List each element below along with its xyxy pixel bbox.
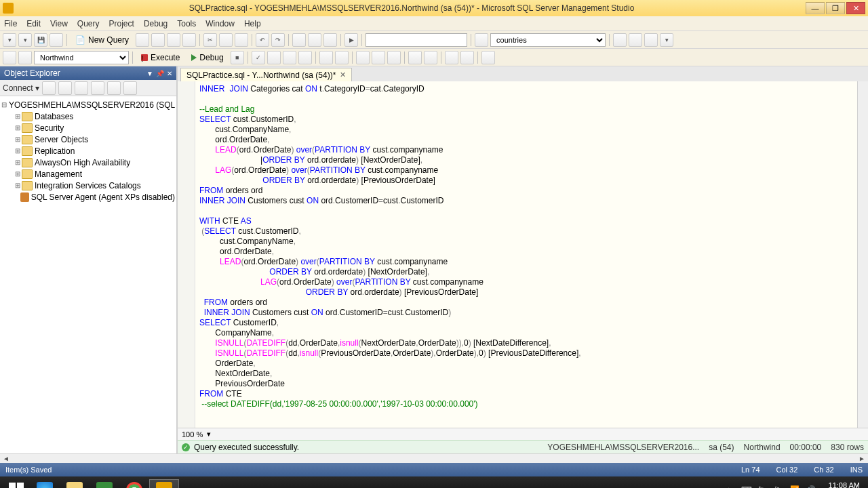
toolbar-icon[interactable] — [319, 51, 333, 64]
undo-icon[interactable]: ↶ — [256, 33, 269, 47]
toolbar-icon[interactable] — [475, 33, 488, 47]
toolbar-icon[interactable] — [18, 51, 32, 64]
taskbar-ie[interactable] — [30, 479, 60, 488]
toolbar-icon[interactable] — [629, 33, 642, 47]
toolbar-icon[interactable] — [372, 51, 385, 64]
tree-folder[interactable]: ⊞Integration Services Catalogs — [14, 180, 175, 191]
play-icon[interactable]: ▶ — [344, 33, 358, 47]
copy-icon[interactable] — [219, 33, 233, 47]
keyboard-icon[interactable]: ⌨ — [741, 485, 751, 488]
taskbar-ssms[interactable] — [149, 479, 179, 488]
toolbar-icon[interactable] — [387, 51, 401, 64]
menu-window[interactable]: Window — [205, 19, 235, 28]
toolbar-icon[interactable] — [308, 33, 321, 47]
find-combo[interactable] — [366, 33, 467, 47]
toolbar-icon[interactable] — [3, 51, 16, 64]
outdent-icon[interactable] — [460, 51, 474, 64]
zoom-value[interactable]: 100 % — [182, 430, 203, 439]
cut-icon[interactable]: ✂ — [203, 33, 217, 47]
menu-tools[interactable]: Tools — [177, 19, 196, 28]
toolbar-icon[interactable] — [136, 33, 149, 47]
tray-icon[interactable]: 🏳 — [757, 485, 767, 488]
menu-project[interactable]: Project — [109, 19, 134, 28]
volume-icon[interactable]: 🔊 — [806, 485, 816, 488]
tree-folder[interactable]: ⊞Security — [14, 122, 175, 134]
toolbar-icon[interactable] — [58, 81, 72, 95]
dropdown-icon[interactable]: ▼ — [146, 70, 153, 77]
menu-view[interactable]: View — [50, 19, 68, 28]
uncomment-icon[interactable] — [424, 51, 437, 64]
toolbar-icon[interactable] — [292, 33, 306, 47]
server-node[interactable]: ⊟ YOGESHMEHLA\MSSQLSERVER2016 (SQL — [1, 99, 175, 110]
debug-button[interactable]: Debug — [186, 51, 228, 64]
paste-icon[interactable] — [235, 33, 248, 47]
scroll-left-icon[interactable]: ◄ — [3, 455, 9, 462]
clock[interactable]: 11:08 AM 10/21/2017 — [823, 481, 860, 488]
tree-folder[interactable]: ⊞Replication — [14, 145, 175, 157]
toolbar-icon[interactable] — [481, 51, 495, 64]
menu-edit[interactable]: Edit — [26, 19, 41, 28]
taskbar-store[interactable] — [90, 479, 119, 488]
minimize-button[interactable]: — — [806, 2, 825, 14]
toolbar-icon[interactable] — [42, 81, 56, 95]
toolbar-icon[interactable]: ▾ — [660, 33, 673, 47]
taskbar-chrome[interactable] — [119, 479, 149, 488]
toolbar-icon[interactable] — [283, 51, 296, 64]
pin-icon[interactable]: 📌 — [156, 70, 164, 77]
sql-agent-node[interactable]: SQL Server Agent (Agent XPs disabled) — [14, 191, 175, 203]
filter-icon[interactable] — [91, 81, 104, 95]
comment-icon[interactable] — [408, 51, 422, 64]
refresh-icon[interactable] — [107, 81, 121, 95]
toolbar-icon[interactable] — [644, 33, 658, 47]
horizontal-scroll-strip[interactable]: ◄ ► — [0, 453, 868, 463]
new-query-button[interactable]: 📄 New Query — [71, 33, 134, 47]
toolbar-icon[interactable] — [123, 81, 137, 95]
toolbar-icon[interactable] — [613, 33, 627, 47]
toolbar-icon[interactable] — [167, 33, 180, 47]
available-db-combo[interactable]: Northwind — [34, 51, 129, 64]
start-button[interactable] — [3, 479, 30, 488]
toolbar-icon[interactable] — [335, 51, 349, 64]
toolbar-icon[interactable] — [267, 51, 281, 64]
maximize-button[interactable]: ❐ — [826, 2, 845, 14]
new-project-icon[interactable]: ▾ — [3, 33, 16, 47]
show-hidden-icon[interactable]: ▲ — [725, 485, 734, 488]
close-panel-icon[interactable]: ✕ — [167, 70, 172, 77]
close-button[interactable]: ✕ — [846, 2, 865, 14]
scroll-right-icon[interactable]: ► — [859, 455, 865, 462]
network-icon[interactable]: 📶 — [790, 485, 800, 488]
menu-debug[interactable]: Debug — [144, 19, 167, 28]
stop-icon[interactable]: ■ — [231, 51, 244, 64]
toolbar-icon[interactable] — [298, 51, 312, 64]
connect-button[interactable]: Connect ▾ — [3, 83, 39, 93]
parse-icon[interactable]: ✓ — [252, 51, 265, 64]
taskbar-files[interactable] — [60, 479, 90, 488]
vertical-scrollbar[interactable] — [857, 81, 868, 428]
execute-button[interactable]: ! Execute — [136, 51, 184, 64]
tree-folder[interactable]: ⊞Server Objects — [14, 134, 175, 145]
save-all-icon[interactable] — [50, 33, 63, 47]
toolbar-icon[interactable] — [75, 81, 88, 95]
code-content[interactable]: INNER JOIN Categories cat ON t.CategoryI… — [195, 81, 857, 428]
menu-query[interactable]: Query — [77, 19, 100, 28]
toolbar-icon[interactable] — [356, 51, 370, 64]
open-icon[interactable]: ▾ — [18, 33, 32, 47]
save-icon[interactable]: 💾 — [34, 33, 47, 47]
toolbar-icon[interactable] — [323, 33, 337, 47]
tree-folder[interactable]: ⊞Databases — [14, 110, 175, 122]
zoom-dropdown-icon[interactable]: ▾ — [207, 430, 211, 439]
tree-folder[interactable]: ⊞Management — [14, 168, 175, 180]
object-explorer-tree[interactable]: ⊟ YOGESHMEHLA\MSSQLSERVER2016 (SQL ⊞Data… — [0, 96, 176, 453]
code-editor[interactable]: INNER JOIN Categories cat ON t.CategoryI… — [178, 81, 868, 428]
tree-folder[interactable]: ⊞AlwaysOn High Availability — [14, 157, 175, 168]
redo-icon[interactable]: ↷ — [271, 33, 285, 47]
tab-sqlpractice[interactable]: SQLPractice.sql - Y...Northwind (sa (54)… — [180, 68, 352, 81]
indent-icon[interactable] — [445, 51, 458, 64]
tray-icon[interactable]: ⚐ — [774, 485, 783, 488]
database-list-combo[interactable]: countries — [490, 33, 606, 47]
menu-help[interactable]: Help — [244, 19, 261, 28]
toolbar-icon[interactable] — [182, 33, 196, 47]
menu-file[interactable]: File — [4, 19, 17, 28]
close-tab-icon[interactable]: ✕ — [340, 70, 346, 79]
toolbar-icon[interactable] — [151, 33, 165, 47]
